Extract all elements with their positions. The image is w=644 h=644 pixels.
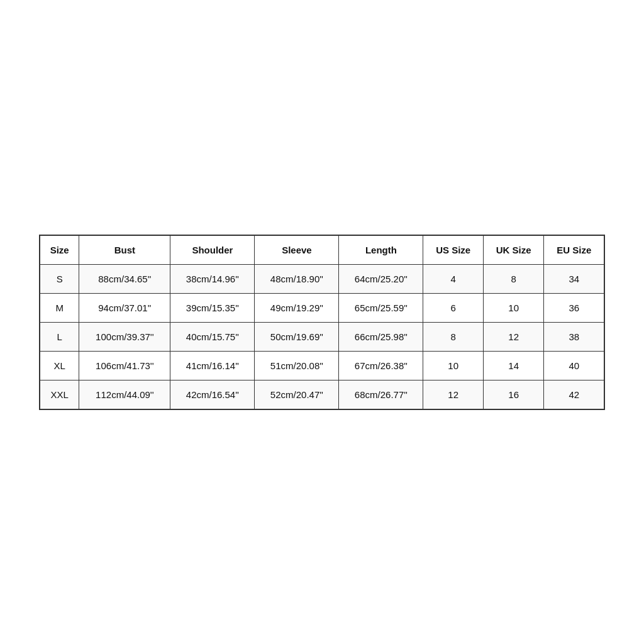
cell-bust: 100cm/39.37'' — [79, 322, 170, 351]
cell-length: 68cm/26.77'' — [339, 380, 423, 409]
cell-size: L — [40, 322, 79, 351]
cell-bust: 106cm/41.73'' — [79, 351, 170, 380]
cell-shoulder: 39cm/15.35'' — [170, 293, 255, 322]
cell-uk-size: 10 — [483, 293, 544, 322]
table-row: L100cm/39.37''40cm/15.75''50cm/19.69''66… — [40, 322, 604, 351]
table-row: M94cm/37.01''39cm/15.35''49cm/19.29''65c… — [40, 293, 604, 322]
cell-uk-size: 8 — [483, 264, 544, 293]
cell-eu-size: 40 — [544, 351, 604, 380]
cell-us-size: 8 — [423, 322, 483, 351]
cell-length: 66cm/25.98'' — [339, 322, 423, 351]
cell-sleeve: 51cm/20.08'' — [255, 351, 339, 380]
cell-sleeve: 48cm/18.90'' — [255, 264, 339, 293]
cell-uk-size: 14 — [483, 351, 544, 380]
cell-size: XXL — [40, 380, 79, 409]
cell-shoulder: 38cm/14.96'' — [170, 264, 255, 293]
header-shoulder: Shoulder — [170, 235, 255, 264]
cell-length: 65cm/25.59'' — [339, 293, 423, 322]
table-header-row: Size Bust Shoulder Sleeve Length US Size… — [40, 235, 604, 264]
cell-eu-size: 42 — [544, 380, 604, 409]
cell-bust: 94cm/37.01'' — [79, 293, 170, 322]
header-us-size: US Size — [423, 235, 483, 264]
cell-eu-size: 36 — [544, 293, 604, 322]
cell-length: 64cm/25.20'' — [339, 264, 423, 293]
cell-length: 67cm/26.38'' — [339, 351, 423, 380]
cell-sleeve: 52cm/20.47'' — [255, 380, 339, 409]
table-row: XL106cm/41.73''41cm/16.14''51cm/20.08''6… — [40, 351, 604, 380]
cell-size: XL — [40, 351, 79, 380]
cell-eu-size: 38 — [544, 322, 604, 351]
cell-eu-size: 34 — [544, 264, 604, 293]
table-row: XXL112cm/44.09''42cm/16.54''52cm/20.47''… — [40, 380, 604, 409]
cell-bust: 88cm/34.65'' — [79, 264, 170, 293]
size-chart-table: Size Bust Shoulder Sleeve Length US Size… — [40, 235, 604, 409]
size-chart-container: Size Bust Shoulder Sleeve Length US Size… — [39, 235, 605, 410]
table-row: S88cm/34.65''38cm/14.96''48cm/18.90''64c… — [40, 264, 604, 293]
header-length: Length — [339, 235, 423, 264]
cell-us-size: 6 — [423, 293, 483, 322]
cell-us-size: 10 — [423, 351, 483, 380]
cell-uk-size: 12 — [483, 322, 544, 351]
cell-size: M — [40, 293, 79, 322]
cell-bust: 112cm/44.09'' — [79, 380, 170, 409]
header-eu-size: EU Size — [544, 235, 604, 264]
cell-shoulder: 41cm/16.14'' — [170, 351, 255, 380]
cell-shoulder: 40cm/15.75'' — [170, 322, 255, 351]
header-sleeve: Sleeve — [255, 235, 339, 264]
header-size: Size — [40, 235, 79, 264]
header-bust: Bust — [79, 235, 170, 264]
cell-shoulder: 42cm/16.54'' — [170, 380, 255, 409]
cell-sleeve: 50cm/19.69'' — [255, 322, 339, 351]
cell-size: S — [40, 264, 79, 293]
header-uk-size: UK Size — [483, 235, 544, 264]
cell-sleeve: 49cm/19.29'' — [255, 293, 339, 322]
cell-us-size: 4 — [423, 264, 483, 293]
cell-uk-size: 16 — [483, 380, 544, 409]
cell-us-size: 12 — [423, 380, 483, 409]
